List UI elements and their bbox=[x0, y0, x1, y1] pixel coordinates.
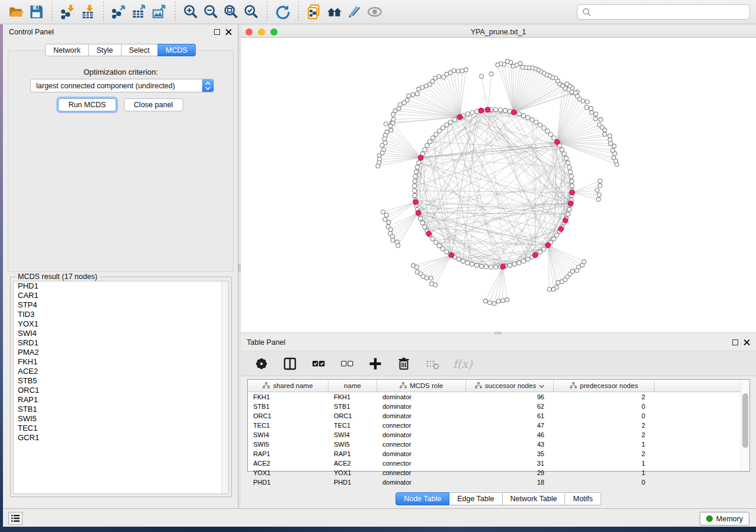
leaf-node[interactable] bbox=[384, 213, 388, 217]
leaf-node[interactable] bbox=[511, 64, 515, 68]
ring-node[interactable] bbox=[474, 263, 479, 267]
ring-node[interactable] bbox=[445, 123, 449, 127]
cell-successor-nodes[interactable]: 43 bbox=[466, 440, 554, 449]
network-edge[interactable] bbox=[430, 142, 562, 150]
cell-predecessor-nodes[interactable]: 0 bbox=[554, 477, 655, 487]
criterion-select[interactable]: largest connected component (undirected) bbox=[30, 79, 214, 92]
ring-node[interactable] bbox=[503, 108, 508, 113]
ring-node[interactable] bbox=[413, 174, 417, 178]
ring-node[interactable] bbox=[512, 262, 516, 267]
leaf-node[interactable] bbox=[596, 197, 601, 201]
zoom-fit-icon[interactable] bbox=[221, 2, 241, 22]
leaf-node[interactable] bbox=[480, 74, 484, 78]
cell-predecessor-nodes[interactable]: 0 bbox=[554, 411, 655, 421]
leaf-edge[interactable] bbox=[439, 76, 460, 117]
leaf-node[interactable] bbox=[597, 193, 601, 197]
cell-predecessor-nodes[interactable]: 0 bbox=[554, 402, 655, 411]
table-row[interactable]: RAP1RAP1dominator352 bbox=[248, 449, 741, 459]
float-panel-icon[interactable] bbox=[214, 29, 220, 35]
ring-node[interactable] bbox=[470, 262, 474, 267]
leaf-edge[interactable] bbox=[513, 78, 556, 113]
ring-node[interactable] bbox=[417, 161, 421, 165]
export-table-icon[interactable] bbox=[129, 2, 149, 22]
mcds-result-item[interactable]: RAP1 bbox=[14, 395, 228, 405]
leaf-node[interactable] bbox=[398, 102, 403, 107]
import-table-icon[interactable] bbox=[78, 2, 98, 22]
ring-node[interactable] bbox=[423, 225, 427, 229]
cell-name[interactable]: FKH1 bbox=[328, 392, 377, 402]
ring-node[interactable] bbox=[430, 136, 435, 140]
leaf-edge[interactable] bbox=[481, 76, 488, 110]
mcds-result-item[interactable]: STP4 bbox=[14, 300, 228, 310]
mcds-result-item[interactable]: ORC1 bbox=[14, 386, 228, 395]
run-mcds-button[interactable]: Run MCDS bbox=[58, 98, 116, 111]
ring-node[interactable] bbox=[494, 108, 498, 112]
close-panel-icon[interactable] bbox=[225, 29, 232, 36]
leaf-edge[interactable] bbox=[394, 117, 460, 120]
leaf-edge[interactable] bbox=[383, 202, 416, 212]
tab-style[interactable]: Style bbox=[89, 44, 122, 56]
leaf-node[interactable] bbox=[612, 156, 616, 160]
cell-MCDS-role[interactable]: dominator bbox=[377, 392, 466, 402]
leaf-edge[interactable] bbox=[432, 255, 452, 284]
ring-node[interactable] bbox=[445, 250, 449, 254]
leaf-node[interactable] bbox=[505, 59, 509, 63]
ring-node[interactable] bbox=[489, 265, 493, 269]
leaf-node[interactable] bbox=[464, 68, 468, 72]
leaf-node[interactable] bbox=[388, 227, 393, 232]
ring-node[interactable] bbox=[465, 261, 470, 265]
column-header-name[interactable]: name bbox=[328, 380, 377, 392]
leaf-edge[interactable] bbox=[435, 255, 451, 285]
column-header-shared-name[interactable]: shared name bbox=[248, 380, 328, 392]
mcds-hub-node[interactable] bbox=[511, 110, 516, 115]
ring-node[interactable] bbox=[499, 108, 503, 112]
leaf-node[interactable] bbox=[376, 164, 380, 168]
cell-shared-name[interactable]: ORC1 bbox=[248, 411, 328, 421]
leaf-node[interactable] bbox=[456, 69, 460, 73]
leaf-node[interactable] bbox=[597, 123, 601, 127]
cell-MCDS-role[interactable]: dominator bbox=[377, 449, 466, 459]
toggle-styles-icon[interactable] bbox=[344, 2, 365, 22]
ring-node[interactable] bbox=[413, 179, 417, 183]
leaf-edge[interactable] bbox=[499, 267, 503, 301]
cell-predecessor-nodes[interactable]: 1 bbox=[554, 468, 655, 477]
leaf-node[interactable] bbox=[415, 92, 419, 96]
mcds-hub-node[interactable] bbox=[413, 200, 419, 205]
mcds-hub-node[interactable] bbox=[418, 155, 423, 161]
ring-node[interactable] bbox=[517, 112, 521, 116]
tab-network-table[interactable]: Network Table bbox=[503, 492, 566, 505]
cell-name[interactable]: RAP1 bbox=[328, 449, 377, 459]
ring-node[interactable] bbox=[419, 216, 423, 220]
ring-node[interactable] bbox=[570, 179, 574, 183]
ring-node[interactable] bbox=[413, 184, 417, 188]
ring-node[interactable] bbox=[420, 221, 425, 225]
leaf-node[interactable] bbox=[585, 100, 589, 104]
mcds-result-item[interactable]: TEC1 bbox=[14, 424, 228, 433]
ring-node[interactable] bbox=[526, 116, 530, 120]
ring-node[interactable] bbox=[461, 259, 465, 263]
cell-MCDS-role[interactable]: dominator bbox=[377, 430, 466, 440]
mcds-hub-node[interactable] bbox=[568, 201, 573, 206]
leaf-node[interactable] bbox=[433, 283, 438, 287]
leaf-node[interactable] bbox=[414, 265, 419, 270]
close-panel-icon[interactable] bbox=[744, 339, 750, 346]
task-history-button[interactable] bbox=[8, 512, 23, 525]
mcds-hub-node[interactable] bbox=[479, 108, 484, 113]
leaf-node[interactable] bbox=[599, 117, 603, 121]
mcds-result-item[interactable]: SWI4 bbox=[14, 329, 228, 338]
ring-node[interactable] bbox=[546, 129, 550, 133]
ring-node[interactable] bbox=[566, 212, 570, 216]
mcds-result-item[interactable]: PHD1 bbox=[14, 281, 228, 291]
ring-node[interactable] bbox=[521, 259, 525, 263]
cell-name[interactable]: TEC1 bbox=[328, 421, 377, 430]
leaf-node[interactable] bbox=[582, 259, 586, 264]
leaf-node[interactable] bbox=[442, 75, 446, 79]
cell-name[interactable]: PHD1 bbox=[328, 477, 377, 487]
leaf-node[interactable] bbox=[433, 76, 438, 80]
cell-MCDS-role[interactable]: connector bbox=[377, 421, 466, 430]
leaf-node[interactable] bbox=[598, 179, 602, 183]
zoom-in-icon[interactable] bbox=[181, 2, 201, 22]
ring-node[interactable] bbox=[413, 193, 417, 197]
mcds-hub-node[interactable] bbox=[449, 253, 454, 258]
leaf-edge[interactable] bbox=[557, 114, 596, 142]
